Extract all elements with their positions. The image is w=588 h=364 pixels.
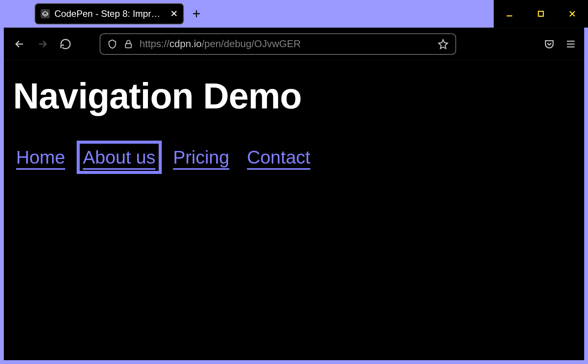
svg-rect-4 [125,43,131,48]
url-path: /pen/debug/OJvwGER [202,38,301,49]
lock-icon [123,39,133,49]
nav-link-about-us[interactable]: About us [80,144,158,171]
url-protocol: https:// [140,38,169,49]
codepen-icon [41,9,50,18]
window-controls [494,0,588,28]
tabs-area: CodePen - Step 8: Improve focu ✕ + [0,0,494,25]
pocket-icon[interactable] [544,38,555,50]
toolbar-right-icons [544,38,577,50]
nav-link-home[interactable]: Home [13,144,68,171]
browser-tab[interactable]: CodePen - Step 8: Improve focu ✕ [34,3,184,25]
hamburger-menu-icon[interactable] [565,38,577,50]
minimize-button[interactable] [494,0,525,28]
maximize-button[interactable] [525,0,557,28]
address-bar[interactable]: https://cdpn.io/pen/debug/OJvwGER [100,33,456,55]
tab-title: CodePen - Step 8: Improve focu [54,8,164,19]
browser-window: CodePen - Step 8: Improve focu ✕ + [0,0,588,364]
bookmark-star-icon[interactable] [438,39,448,49]
new-tab-button[interactable]: + [189,3,204,25]
nav-links: Home About us Pricing Contact [13,144,575,171]
shield-icon [107,39,117,49]
url-text: https://cdpn.io/pen/debug/OJvwGER [140,38,432,50]
forward-button[interactable] [34,36,51,52]
page-content: Navigation Demo Home About us Pricing Co… [4,60,584,360]
nav-link-contact[interactable]: Contact [244,144,313,171]
reload-button[interactable] [57,36,74,52]
close-window-button[interactable] [557,0,588,28]
url-domain: cdpn.io [169,38,202,49]
back-button[interactable] [11,36,28,52]
svg-rect-1 [539,11,544,16]
nav-link-pricing[interactable]: Pricing [170,144,233,171]
titlebar: CodePen - Step 8: Improve focu ✕ + [0,0,588,28]
close-icon[interactable]: ✕ [169,8,179,19]
page-heading: Navigation Demo [13,75,575,117]
toolbar: https://cdpn.io/pen/debug/OJvwGER [4,28,584,60]
